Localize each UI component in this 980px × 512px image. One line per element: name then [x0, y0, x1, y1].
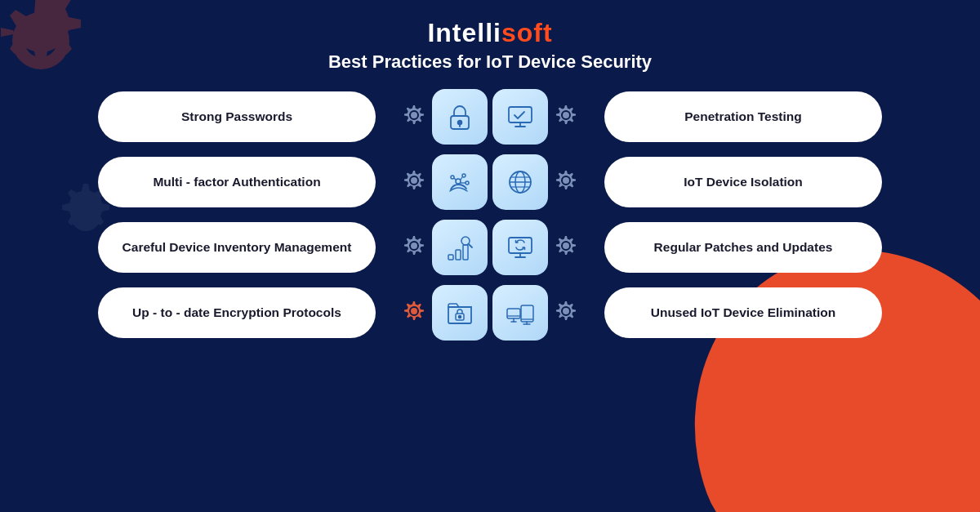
- label-mfa: Multi - factor Authentication: [98, 157, 376, 207]
- icon-card-devices: [492, 285, 548, 341]
- row-4: Up - to - date Encryption Protocols: [33, 285, 947, 341]
- center-icons-row-2: [376, 154, 604, 210]
- monitor-refresh-icon: [505, 232, 536, 263]
- gear-icon-right-3: [553, 234, 579, 260]
- page-title: Best Practices for IoT Device Security: [0, 51, 980, 73]
- row-1: Strong Passwords Pen: [33, 89, 947, 145]
- icon-card-lock: [432, 89, 488, 145]
- center-icons-row-4: [376, 285, 604, 341]
- globe-network-icon: [505, 167, 536, 198]
- gear-icon-right-4: [553, 300, 579, 326]
- practices-grid: Strong Passwords Pen: [0, 79, 980, 350]
- svg-point-7: [451, 176, 454, 179]
- icon-card-folder-lock: [432, 285, 488, 341]
- icon-card-globe-network: [492, 154, 548, 210]
- svg-rect-28: [507, 309, 520, 318]
- icon-card-monitor-refresh: [492, 220, 548, 275]
- row-3: Careful Device Inventory Management: [33, 220, 947, 275]
- svg-point-9: [466, 181, 469, 185]
- header: Intellisoft Best Practices for IoT Devic…: [0, 0, 980, 79]
- icon-card-hand-nodes: [432, 154, 488, 210]
- icon-card-chart-search: [432, 220, 488, 275]
- label-strong-passwords: Strong Passwords: [98, 91, 376, 142]
- svg-rect-20: [463, 245, 468, 260]
- hand-nodes-icon: [444, 167, 475, 198]
- svg-rect-19: [456, 250, 461, 260]
- folder-lock-icon: [444, 297, 475, 328]
- gear-icon-right-1: [553, 104, 579, 130]
- svg-rect-18: [448, 255, 453, 260]
- center-icons-row-3: [376, 220, 604, 275]
- gear-icon-left-1: [401, 104, 427, 130]
- chart-search-icon: [444, 232, 475, 263]
- svg-line-22: [469, 244, 472, 247]
- label-encryption: Up - to - date Encryption Protocols: [98, 287, 376, 338]
- devices-icon: [505, 297, 536, 328]
- svg-point-27: [459, 316, 461, 318]
- logo-suffix: soft: [501, 18, 553, 47]
- svg-rect-3: [509, 107, 532, 122]
- gear-icon-left-2: [401, 169, 427, 195]
- icon-card-monitor-check: [492, 89, 548, 145]
- label-iot-isolation: IoT Device Isolation: [604, 157, 882, 207]
- gear-icon-right-2: [553, 169, 579, 195]
- svg-line-11: [461, 177, 462, 180]
- label-patches-updates: Regular Patches and Updates: [604, 222, 882, 273]
- label-device-inventory: Careful Device Inventory Management: [98, 222, 376, 273]
- label-unused-iot: Unused IoT Device Elimination: [604, 287, 882, 338]
- label-penetration-testing: Penetration Testing: [604, 91, 882, 142]
- logo: Intellisoft: [0, 18, 980, 48]
- svg-point-6: [456, 179, 461, 184]
- gear-icon-left-3: [401, 234, 427, 260]
- monitor-check-icon: [505, 101, 536, 132]
- logo-prefix: Intelli: [427, 18, 501, 47]
- gear-icon-left-4: [401, 300, 427, 326]
- row-2: Multi - factor Authentication: [33, 154, 947, 210]
- svg-point-8: [462, 174, 466, 177]
- lock-icon: [444, 101, 475, 132]
- center-icons-row-1: [376, 89, 604, 145]
